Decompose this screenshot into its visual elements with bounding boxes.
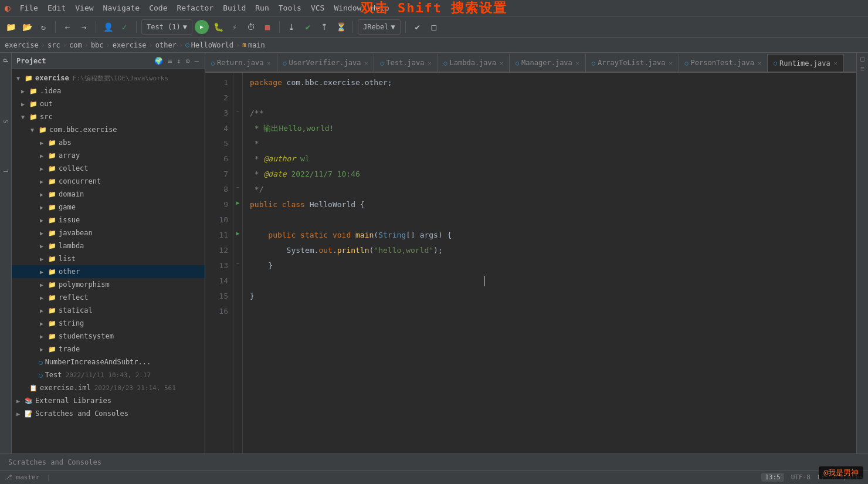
tree-other[interactable]: ▶ 📁 other	[12, 265, 205, 278]
tab-test-close[interactable]: ✕	[428, 60, 432, 66]
run-config-selector[interactable]: Test (1) ▼	[141, 19, 192, 35]
tree-collect[interactable]: ▶ 📁 collect	[12, 162, 205, 175]
tree-issue[interactable]: ▶ 📁 issue	[12, 214, 205, 226]
tab-runtime[interactable]: ○ Runtime.java ✕	[768, 54, 844, 72]
tree-list[interactable]: ▶ 📁 list	[12, 252, 205, 265]
breadcrumb-src[interactable]: src	[48, 41, 60, 49]
tree-domain[interactable]: ▶ 📁 domain	[12, 188, 205, 201]
back-btn[interactable]: ←	[60, 20, 74, 34]
run-btn[interactable]: ▶	[195, 20, 209, 34]
bottom-tab-scratches[interactable]: Scratches and Consoles	[2, 455, 107, 469]
jrebel-selector[interactable]: JRebel ▼	[358, 19, 401, 35]
panel-close[interactable]: —	[194, 56, 200, 66]
tree-number-increase[interactable]: ○ NumberIncreaseAndSubtr...	[12, 356, 205, 368]
nav-stop-btn[interactable]: □	[427, 20, 441, 34]
tree-array[interactable]: ▶ 📁 array	[12, 149, 205, 162]
code-editor[interactable]: 1 2 3 4 5 6 7 8 9 10 11 12 13 14 15 16	[205, 73, 856, 453]
tree-trade[interactable]: ▶ 📁 trade	[12, 343, 205, 356]
menu-item-help[interactable]: Help	[366, 2, 394, 13]
push-btn[interactable]: ⤒	[317, 20, 331, 34]
tree-src[interactable]: ▼ 📁 src	[12, 110, 205, 123]
open-btn[interactable]: 📂	[20, 20, 34, 34]
tree-test[interactable]: ○ Test 2022/11/11 10:43, 2.17	[12, 368, 205, 381]
tab-test[interactable]: ○ Test.java ✕	[374, 54, 438, 72]
tree-scratches[interactable]: ▶ 📝 Scratches and Consoles	[12, 407, 205, 420]
tab-manager-close[interactable]: ✕	[576, 60, 579, 66]
structure-icon[interactable]: S	[1, 116, 11, 127]
analyze-btn[interactable]: ✓	[117, 20, 131, 34]
tree-iml[interactable]: 📋 exercise.iml 2022/10/23 21:14, 561	[12, 381, 205, 394]
menu-item-build[interactable]: Build	[218, 2, 250, 13]
tree-game[interactable]: ▶ 📁 game	[12, 201, 205, 214]
tree-string[interactable]: ▶ 📁 string	[12, 317, 205, 330]
tree-root[interactable]: ▼ 📁 exercise F:\编程数据\IDE\Java\works	[12, 72, 205, 84]
tab-runtime-close[interactable]: ✕	[834, 60, 838, 66]
new-project-btn[interactable]: 📁	[4, 20, 18, 34]
leetcode-icon[interactable]: L	[1, 165, 11, 176]
debug-btn[interactable]: 🐛	[211, 20, 225, 34]
breadcrumb-main[interactable]: mmain	[242, 41, 265, 49]
menu-item-window[interactable]: Window	[329, 2, 366, 13]
tree-reflect[interactable]: ▶ 📁 reflect	[12, 291, 205, 304]
tree-abs[interactable]: ▶ 📁 abs	[12, 136, 205, 149]
project-icon[interactable]: P	[1, 55, 11, 66]
menu-item-refactor[interactable]: Refactor	[172, 2, 219, 13]
menu-item-tools[interactable]: Tools	[274, 2, 306, 13]
profile-btn[interactable]: 👤	[101, 20, 115, 34]
profile-run-btn[interactable]: ⏱	[244, 20, 258, 34]
forward-btn[interactable]: →	[77, 20, 91, 34]
tab-return[interactable]: ○ Return.java ✕	[205, 54, 277, 72]
tab-lambda[interactable]: ○ Lambda.java ✕	[438, 54, 510, 72]
fold-end-8[interactable]: −	[236, 184, 239, 190]
menu-item-edit[interactable]: Edit	[43, 2, 70, 13]
menu-item-code[interactable]: Code	[144, 2, 172, 13]
commit-btn[interactable]: ✔	[301, 20, 315, 34]
panel-icon-2[interactable]: ≡	[167, 56, 173, 66]
nav-forward-btn[interactable]: ✔	[411, 20, 425, 34]
menu-item-navigate[interactable]: Navigate	[99, 2, 145, 13]
breadcrumb-other[interactable]: other	[155, 41, 177, 49]
breadcrumb-com[interactable]: com	[69, 41, 82, 49]
menu-item-file[interactable]: File	[15, 2, 43, 13]
tree-studentsystem[interactable]: ▶ 📁 studentsystem	[12, 330, 205, 343]
menu-item-vcs[interactable]: VCS	[306, 2, 329, 13]
tree-out[interactable]: ▶ 📁 out	[12, 97, 205, 110]
menu-item-view[interactable]: View	[70, 2, 98, 13]
tab-return-close[interactable]: ✕	[267, 60, 271, 66]
tab-manager[interactable]: ○ Manager.java ✕	[510, 54, 586, 72]
tree-javabean[interactable]: ▶ 📁 javabean	[12, 226, 205, 239]
sync-btn[interactable]: ↻	[36, 20, 50, 34]
fold-end-13[interactable]: −	[236, 260, 239, 266]
fold-start-3[interactable]: −	[236, 108, 239, 114]
stop-btn[interactable]: ■	[260, 20, 274, 34]
tab-persontest[interactable]: ○ PersonTest.java ✕	[679, 54, 768, 72]
breadcrumb-bbc[interactable]: bbc	[91, 41, 104, 49]
tab-arraytolist[interactable]: ○ ArrayToList.java ✕	[586, 54, 679, 72]
tree-com-bbc[interactable]: ▼ 📁 com.bbc.exercise	[12, 123, 205, 136]
run-arrow-11[interactable]: ▶	[236, 230, 239, 236]
code-content[interactable]: package com.bbc.exercise.other; /** * 输出…	[243, 73, 856, 453]
tab-userverifier[interactable]: ○ UserVerifier.java ✕	[277, 54, 375, 72]
tab-lambda-close[interactable]: ✕	[500, 60, 503, 66]
panel-settings[interactable]: ⚙	[185, 56, 191, 66]
panel-icon-3[interactable]: ↕	[175, 56, 182, 66]
tree-statical[interactable]: ▶ 📁 statical	[12, 304, 205, 317]
history-btn[interactable]: ⏳	[334, 20, 348, 34]
menu-item-run[interactable]: Run	[250, 2, 273, 13]
tab-persontest-close[interactable]: ✕	[758, 60, 761, 66]
panel-icon-1[interactable]: 🌍	[153, 56, 164, 66]
breadcrumb-helloworld[interactable]: ○HelloWorld	[185, 41, 233, 49]
tree-idea[interactable]: ▶ 📁 .idea	[12, 84, 205, 97]
breadcrumb-exercise2[interactable]: exercise	[113, 41, 147, 49]
tab-userverifier-close[interactable]: ✕	[364, 60, 368, 66]
tree-lambda[interactable]: ▶ 📁 lambda	[12, 239, 205, 252]
right-icon-1[interactable]: □	[860, 55, 864, 63]
tree-ext-lib[interactable]: ▶ 📚 External Libraries	[12, 394, 205, 407]
right-icon-2[interactable]: ≡	[860, 65, 864, 73]
vcs-btn[interactable]: ⤓	[284, 20, 299, 34]
tab-arraytolist-close[interactable]: ✕	[669, 60, 672, 66]
coverage-btn[interactable]: ⚡	[228, 20, 242, 34]
breadcrumb-exercise[interactable]: exercise	[5, 41, 39, 49]
run-arrow-9[interactable]: ▶	[236, 199, 239, 206]
tree-polymorphism[interactable]: ▶ 📁 polymorphism	[12, 278, 205, 291]
